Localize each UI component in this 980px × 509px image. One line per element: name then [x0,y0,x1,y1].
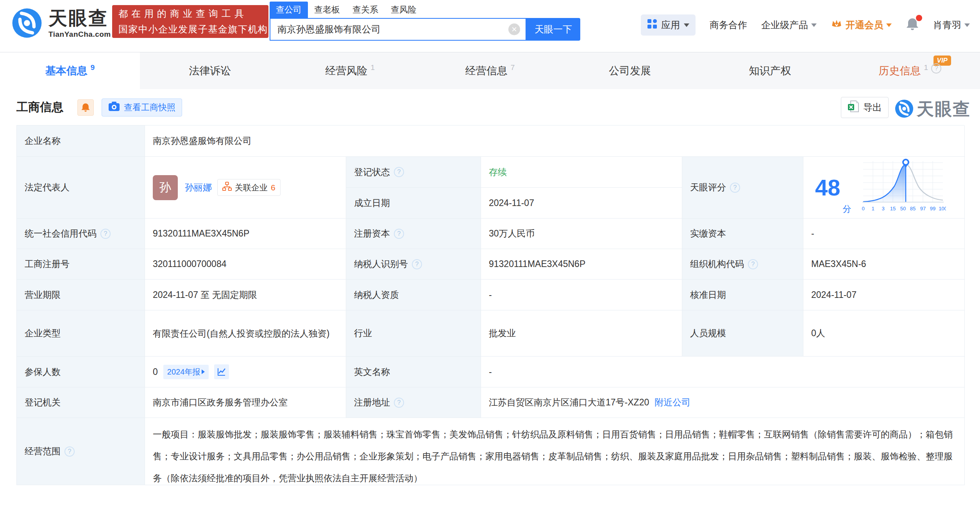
tab-basic-info[interactable]: 基本信息 9 [0,52,140,89]
legal-rep-label: 法定代表人 [17,157,145,219]
label-text: 经营范围 [25,445,61,457]
related-companies-badge[interactable]: 关联企业 6 [217,179,281,196]
camera-icon [108,101,120,114]
nav-open-vip[interactable]: 开通会员 [831,18,892,32]
business-scope-value: 一般项目：服装服饰批发；服装服饰零售；服装辅料销售；珠宝首饰零售；美发饰品销售；… [145,418,965,485]
svg-text:100: 100 [939,206,946,211]
staff-size-value: 0人 [803,310,965,357]
reg-status-label: 登记状态 ? [346,157,481,188]
snapshot-label: 查看工商快照 [124,102,175,113]
business-term-value: 2024-11-07 至 无固定期限 [145,280,346,310]
chevron-down-icon [811,23,817,27]
nav-business-cooperation[interactable]: 商务合作 [710,19,747,31]
label-text: 组织机构代码 [690,258,744,270]
crown-icon [831,18,842,32]
tab-count: 9 [91,63,95,72]
company-name-value: 南京孙恩盛服饰有限公司 [145,125,965,157]
tab-label: 知识产权 [749,64,791,78]
clear-search-icon[interactable]: × [508,23,520,35]
search-tabs: 查公司 查老板 查关系 查风险 [270,2,580,18]
help-icon[interactable]: ? [394,167,404,177]
tab-label: 基本信息 [45,64,88,78]
search-tab-risk[interactable]: 查风险 [384,2,423,18]
tab-legal-litigation[interactable]: 法律诉讼 [140,52,280,89]
tianyancha-company-page: 天眼查 TianYanCha.com 都在用的商业查询工具 国家中小企业发展子基… [0,0,980,509]
excel-icon [848,100,859,115]
nearby-companies-link[interactable]: 附近公司 [655,396,690,409]
business-term-label: 营业期限 [17,280,145,310]
help-icon[interactable]: ? [931,63,941,73]
registry-authority-label: 登记机关 [17,387,145,418]
logo-text: 天眼查 TianYanCha.com [48,9,111,39]
related-companies-label: 关联企业 [235,182,268,193]
nav-user-menu[interactable]: 肖青羽 [933,19,970,31]
view-snapshot-button[interactable]: 查看工商快照 [102,99,182,116]
search-tab-boss[interactable]: 查老板 [308,2,346,18]
avatar[interactable]: 孙 [153,175,178,200]
username: 肖青羽 [933,19,961,31]
svg-text:50: 50 [900,206,905,211]
score-label: 天眼评分 ? [682,157,803,219]
svg-text:1: 1 [871,206,874,211]
help-icon[interactable]: ? [394,398,404,408]
apps-grid-icon [647,19,657,31]
related-companies-count: 6 [271,183,275,192]
industry-value: 批发业 [481,310,682,357]
tab-operation-info[interactable]: 经营信息 7 [420,52,560,89]
tab-intellectual-property[interactable]: 知识产权 [700,52,840,89]
search-input[interactable] [277,24,508,35]
tab-history-info[interactable]: VIP 历史信息 1 ? [840,52,980,89]
section-title: 工商信息 [16,99,63,115]
company-type-label: 企业类型 [17,310,145,357]
search-tab-relation[interactable]: 查关系 [346,2,384,18]
search-tab-company[interactable]: 查公司 [270,2,308,18]
company-tabbar: 基本信息 9 法律诉讼 经营风险 1 经营信息 7 公司发展 知识产权 VIP … [0,52,980,89]
legal-rep-name-link[interactable]: 孙丽娜 [185,181,212,194]
registered-address-cell: 江苏自贸区南京片区浦口大道17号-XZ20 附近公司 [481,387,965,418]
help-icon[interactable]: ? [394,229,404,239]
industry-label: 行业 [346,310,481,357]
monitor-bell-button[interactable] [77,99,94,116]
tianyancha-logo[interactable]: 天眼查 TianYanCha.com [12,8,111,40]
label-text: 注册地址 [354,396,390,409]
annual-report-chip[interactable]: 2024年报 [163,365,209,379]
svg-text:3: 3 [882,206,884,211]
search-module: 查公司 查老板 查关系 查风险 × 天眼一下 [270,2,580,41]
tab-company-development[interactable]: 公司发展 [560,52,700,89]
tab-operation-risk[interactable]: 经营风险 1 [280,52,420,89]
registered-address-label: 注册地址 ? [346,387,481,418]
svg-text:15: 15 [890,206,895,211]
business-info-sectionbar: 工商信息 查看工商快照 [0,89,980,125]
score-value: 48 [815,176,841,199]
notifications-bell[interactable] [906,17,919,33]
org-chart-icon [222,182,232,193]
help-icon[interactable]: ? [100,229,111,239]
export-button[interactable]: 导出 [841,97,889,118]
reg-status-value: 存续 [481,157,682,188]
arrow-right-icon [202,369,205,374]
svg-text:0: 0 [862,206,864,211]
score-unit: 分 [843,203,851,215]
search-button[interactable]: 天眼一下 [526,18,580,41]
nav-apps-label: 应用 [661,19,680,31]
help-icon[interactable]: ? [748,259,758,269]
credit-code-label: 统一社会信用代码 ? [17,219,145,249]
score-distribution-chart: 013 155085 9799100 [860,159,946,217]
approval-date-value: 2024-11-07 [803,280,965,310]
search-input-wrap: × [270,18,526,41]
taxpayer-id-value: 91320111MAE3X45N6P [481,249,682,280]
approval-date-label: 核准日期 [682,280,803,310]
slogan-line2: 国家中小企业发展子基金旗下机构 [118,23,262,36]
help-icon[interactable]: ? [730,183,740,193]
registry-authority-value: 南京市浦口区政务服务管理办公室 [145,387,346,418]
nav-enterprise-products[interactable]: 企业级产品 [761,19,817,31]
help-icon[interactable]: ? [412,259,422,269]
trend-chart-icon[interactable] [214,364,229,379]
svg-text:85: 85 [910,206,915,211]
english-name-label: 英文名称 [346,357,481,387]
reg-number-value: 320111000700084 [145,249,346,280]
label-text: 登记状态 [354,166,390,178]
help-icon[interactable]: ? [64,446,75,457]
nav-apps[interactable]: 应用 [641,14,696,36]
search-bar: × 天眼一下 [270,18,580,41]
